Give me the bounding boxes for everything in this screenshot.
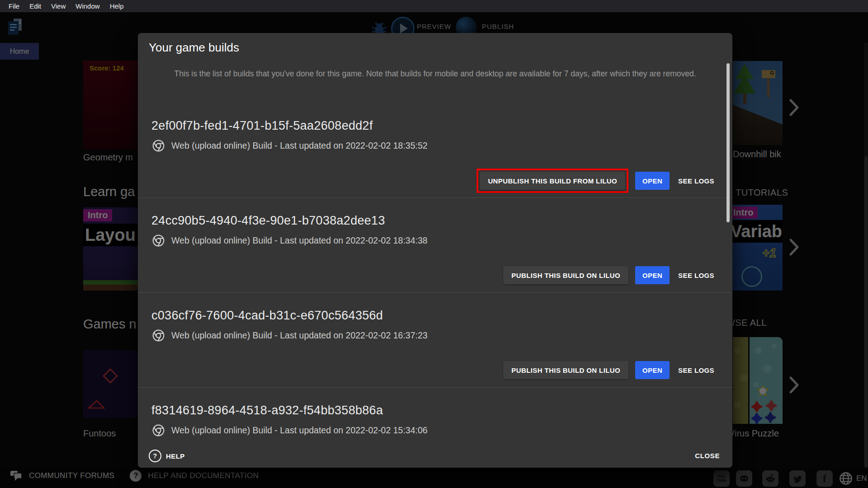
menu-view[interactable]: View (46, 2, 71, 10)
chrome-icon (152, 235, 165, 247)
chrome-icon (152, 329, 165, 342)
build-id: 24cc90b5-4940-4f3e-90e1-b7038a2dee13 (151, 214, 385, 228)
build-row: c036cf76-7600-4cad-b31c-e670c564356d Web… (138, 292, 732, 388)
see-logs-button[interactable]: SEE LOGS (676, 266, 716, 284)
build-id: f8314619-8964-4518-a932-f54bb358b86a (151, 404, 383, 418)
unpublish-build-button[interactable]: UNPUBLISH THIS BUILD FROM LILUO (480, 172, 625, 190)
open-build-button[interactable]: OPEN (635, 266, 670, 284)
app-window: File Edit View Window Help PREVIEW PUBLI… (0, 0, 868, 488)
dialog-description: This is the list of builds that you've d… (169, 67, 702, 80)
menu-edit[interactable]: Edit (24, 2, 46, 10)
build-subtitle: Web (upload online) Build - Last updated… (171, 425, 428, 436)
build-row: 24cc90b5-4940-4f3e-90e1-b7038a2dee13 Web… (138, 197, 732, 293)
build-subtitle: Web (upload online) Build - Last updated… (171, 141, 428, 151)
see-logs-button[interactable]: SEE LOGS (676, 361, 716, 379)
open-build-button[interactable]: OPEN (635, 361, 670, 379)
menu-bar: File Edit View Window Help (0, 0, 868, 12)
close-button[interactable]: CLOSE (695, 452, 720, 460)
annotation-highlight-box: UNPUBLISH THIS BUILD FROM LILUO (476, 169, 628, 193)
dialog-actions-bar: ? HELP CLOSE (138, 444, 732, 468)
menu-window[interactable]: Window (71, 2, 104, 10)
builds-dialog: Your game builds This is the list of bui… (138, 33, 732, 468)
publish-build-button[interactable]: PUBLISH THIS BUILD ON LILUO (503, 361, 628, 379)
build-id: c036cf76-7600-4cad-b31c-e670c564356d (151, 309, 383, 323)
open-build-button[interactable]: OPEN (635, 172, 670, 190)
build-row: 2ef00f7b-fed1-4701-b15f-5aa2608edd2f Web… (138, 103, 732, 198)
dialog-title: Your game builds (149, 41, 239, 55)
publish-build-button[interactable]: PUBLISH THIS BUILD ON LILUO (503, 266, 628, 284)
build-actions: UNPUBLISH THIS BUILD FROM LILUO OPEN SEE… (476, 169, 716, 193)
chrome-icon (152, 424, 165, 436)
chrome-icon (152, 140, 165, 152)
menu-help[interactable]: Help (105, 2, 129, 10)
build-actions: PUBLISH THIS BUILD ON LILUO OPEN SEE LOG… (503, 361, 716, 379)
build-subtitle: Web (upload online) Build - Last updated… (171, 330, 428, 341)
build-id: 2ef00f7b-fed1-4701-b15f-5aa2608edd2f (151, 119, 373, 133)
see-logs-button[interactable]: SEE LOGS (676, 172, 716, 190)
dialog-scrollbar-thumb[interactable] (726, 63, 730, 222)
help-button[interactable]: ? HELP (149, 450, 185, 462)
help-icon: ? (149, 450, 161, 462)
menu-file[interactable]: File (4, 2, 24, 10)
build-actions: PUBLISH THIS BUILD ON LILUO OPEN SEE LOG… (503, 266, 716, 284)
build-subtitle: Web (upload online) Build - Last updated… (171, 235, 428, 246)
